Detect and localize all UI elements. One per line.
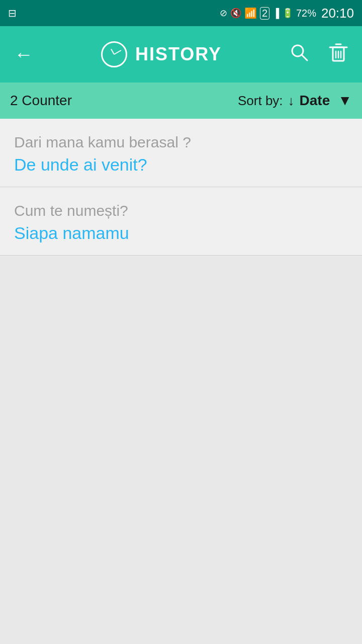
sort-value: Date — [300, 93, 330, 109]
clock-minute-hand — [114, 50, 121, 55]
clock-icon — [101, 41, 127, 67]
toolbar-actions — [286, 38, 352, 71]
signal-icon: ▐ — [273, 8, 279, 19]
history-item-1[interactable]: Dari mana kamu berasal ? De unde ai veni… — [0, 119, 362, 187]
toolbar-title-area: HISTORY — [47, 41, 276, 67]
history-item-2[interactable]: Cum te numești? Siapa namamu — [0, 187, 362, 256]
bluetooth-muted-icon: ⊘ — [220, 8, 227, 19]
back-button[interactable]: ← — [10, 40, 37, 69]
wifi-icon: 📶 — [244, 7, 257, 19]
battery-icon: 🔋 — [282, 8, 293, 19]
screen-icon: ⊟ — [8, 7, 17, 19]
badge-2-icon: 2 — [260, 7, 269, 20]
history-original-1: Dari mana kamu berasal ? — [14, 134, 348, 151]
history-list: Dari mana kamu berasal ? De unde ai veni… — [0, 119, 362, 644]
status-time: 20:10 — [321, 6, 354, 21]
svg-line-1 — [302, 55, 307, 60]
history-translation-1: De unde ai venit? — [14, 155, 348, 175]
counter-label: 2 Counter — [10, 93, 238, 109]
status-bar: ⊟ ⊘ 🔇 📶 2 ▐ 🔋 72% 20:10 — [0, 0, 362, 26]
history-original-2: Cum te numești? — [14, 202, 348, 219]
battery-percent: 72% — [296, 8, 316, 19]
sort-direction-icon: ↓ — [288, 93, 295, 109]
toolbar-title: HISTORY — [135, 44, 222, 65]
delete-icon[interactable] — [325, 38, 352, 71]
dropdown-arrow-icon[interactable]: ▼ — [338, 93, 352, 109]
toolbar: ← HISTORY — [0, 26, 362, 83]
mute-icon: 🔇 — [230, 8, 241, 19]
status-bar-right-icons: ⊘ 🔇 📶 2 ▐ 🔋 72% 20:10 — [220, 6, 354, 21]
status-bar-left-icons: ⊟ — [8, 7, 17, 19]
history-translation-2: Siapa namamu — [14, 223, 348, 243]
sort-by-label: Sort by: — [238, 93, 283, 109]
filter-bar: 2 Counter Sort by: ↓ Date ▼ — [0, 83, 362, 119]
sort-control[interactable]: Sort by: ↓ Date ▼ — [238, 93, 352, 109]
search-icon[interactable] — [286, 39, 313, 70]
